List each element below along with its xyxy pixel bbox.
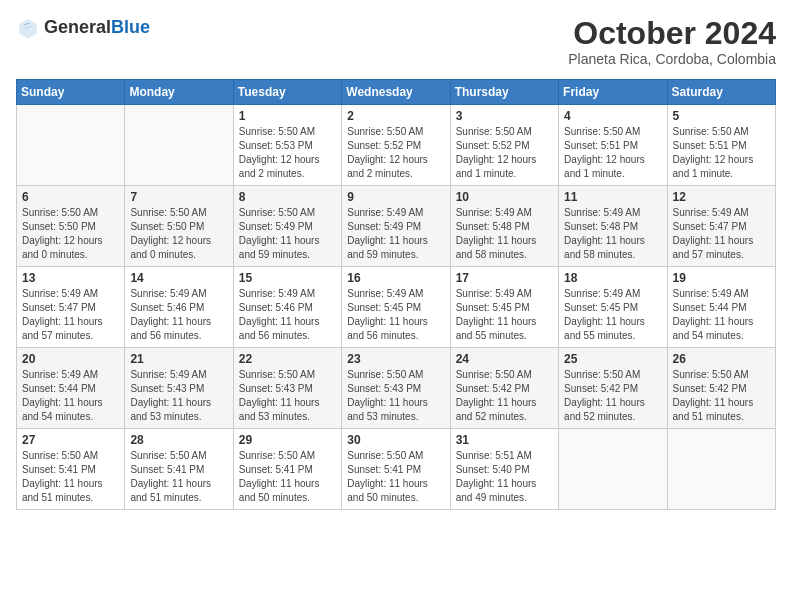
day-number: 15: [239, 271, 336, 285]
day-info: Sunrise: 5:49 AM Sunset: 5:43 PM Dayligh…: [130, 368, 227, 424]
day-info: Sunrise: 5:49 AM Sunset: 5:48 PM Dayligh…: [564, 206, 661, 262]
calendar-body: 1Sunrise: 5:50 AM Sunset: 5:53 PM Daylig…: [17, 105, 776, 510]
day-info: Sunrise: 5:49 AM Sunset: 5:44 PM Dayligh…: [22, 368, 119, 424]
day-cell: 4Sunrise: 5:50 AM Sunset: 5:51 PM Daylig…: [559, 105, 667, 186]
day-cell: 12Sunrise: 5:49 AM Sunset: 5:47 PM Dayli…: [667, 186, 775, 267]
day-number: 30: [347, 433, 444, 447]
day-cell: 21Sunrise: 5:49 AM Sunset: 5:43 PM Dayli…: [125, 348, 233, 429]
day-cell: 19Sunrise: 5:49 AM Sunset: 5:44 PM Dayli…: [667, 267, 775, 348]
logo-blue: Blue: [111, 18, 150, 38]
header-cell-wednesday: Wednesday: [342, 80, 450, 105]
day-cell: 15Sunrise: 5:49 AM Sunset: 5:46 PM Dayli…: [233, 267, 341, 348]
day-info: Sunrise: 5:49 AM Sunset: 5:45 PM Dayligh…: [456, 287, 553, 343]
day-cell: 20Sunrise: 5:49 AM Sunset: 5:44 PM Dayli…: [17, 348, 125, 429]
day-info: Sunrise: 5:50 AM Sunset: 5:49 PM Dayligh…: [239, 206, 336, 262]
day-number: 23: [347, 352, 444, 366]
day-info: Sunrise: 5:50 AM Sunset: 5:41 PM Dayligh…: [239, 449, 336, 505]
day-number: 21: [130, 352, 227, 366]
day-number: 27: [22, 433, 119, 447]
day-info: Sunrise: 5:49 AM Sunset: 5:45 PM Dayligh…: [347, 287, 444, 343]
day-number: 24: [456, 352, 553, 366]
calendar-table: SundayMondayTuesdayWednesdayThursdayFrid…: [16, 79, 776, 510]
header-cell-friday: Friday: [559, 80, 667, 105]
logo-icon: [16, 16, 40, 40]
day-number: 12: [673, 190, 770, 204]
header-cell-saturday: Saturday: [667, 80, 775, 105]
day-info: Sunrise: 5:50 AM Sunset: 5:41 PM Dayligh…: [130, 449, 227, 505]
day-number: 5: [673, 109, 770, 123]
day-cell: 13Sunrise: 5:49 AM Sunset: 5:47 PM Dayli…: [17, 267, 125, 348]
day-info: Sunrise: 5:49 AM Sunset: 5:49 PM Dayligh…: [347, 206, 444, 262]
day-cell: [17, 105, 125, 186]
day-number: 8: [239, 190, 336, 204]
day-number: 25: [564, 352, 661, 366]
day-info: Sunrise: 5:50 AM Sunset: 5:52 PM Dayligh…: [347, 125, 444, 181]
day-cell: [559, 429, 667, 510]
title-block: October 2024 Planeta Rica, Cordoba, Colo…: [568, 16, 776, 67]
day-cell: 7Sunrise: 5:50 AM Sunset: 5:50 PM Daylig…: [125, 186, 233, 267]
day-number: 2: [347, 109, 444, 123]
day-cell: 11Sunrise: 5:49 AM Sunset: 5:48 PM Dayli…: [559, 186, 667, 267]
day-info: Sunrise: 5:50 AM Sunset: 5:50 PM Dayligh…: [22, 206, 119, 262]
day-cell: 1Sunrise: 5:50 AM Sunset: 5:53 PM Daylig…: [233, 105, 341, 186]
day-number: 19: [673, 271, 770, 285]
day-number: 14: [130, 271, 227, 285]
header-cell-tuesday: Tuesday: [233, 80, 341, 105]
day-cell: [667, 429, 775, 510]
day-cell: 27Sunrise: 5:50 AM Sunset: 5:41 PM Dayli…: [17, 429, 125, 510]
week-row-5: 27Sunrise: 5:50 AM Sunset: 5:41 PM Dayli…: [17, 429, 776, 510]
day-number: 26: [673, 352, 770, 366]
day-cell: 5Sunrise: 5:50 AM Sunset: 5:51 PM Daylig…: [667, 105, 775, 186]
day-number: 17: [456, 271, 553, 285]
day-cell: 2Sunrise: 5:50 AM Sunset: 5:52 PM Daylig…: [342, 105, 450, 186]
day-number: 11: [564, 190, 661, 204]
day-cell: 25Sunrise: 5:50 AM Sunset: 5:42 PM Dayli…: [559, 348, 667, 429]
calendar-header: SundayMondayTuesdayWednesdayThursdayFrid…: [17, 80, 776, 105]
day-number: 9: [347, 190, 444, 204]
page-header: General Blue October 2024 Planeta Rica, …: [16, 16, 776, 67]
week-row-3: 13Sunrise: 5:49 AM Sunset: 5:47 PM Dayli…: [17, 267, 776, 348]
day-cell: 31Sunrise: 5:51 AM Sunset: 5:40 PM Dayli…: [450, 429, 558, 510]
logo-text: General Blue: [44, 18, 150, 38]
day-info: Sunrise: 5:51 AM Sunset: 5:40 PM Dayligh…: [456, 449, 553, 505]
day-cell: 14Sunrise: 5:49 AM Sunset: 5:46 PM Dayli…: [125, 267, 233, 348]
header-cell-monday: Monday: [125, 80, 233, 105]
page-title: October 2024: [568, 16, 776, 51]
day-cell: 9Sunrise: 5:49 AM Sunset: 5:49 PM Daylig…: [342, 186, 450, 267]
day-info: Sunrise: 5:49 AM Sunset: 5:44 PM Dayligh…: [673, 287, 770, 343]
day-info: Sunrise: 5:50 AM Sunset: 5:51 PM Dayligh…: [673, 125, 770, 181]
day-number: 3: [456, 109, 553, 123]
day-info: Sunrise: 5:49 AM Sunset: 5:48 PM Dayligh…: [456, 206, 553, 262]
week-row-1: 1Sunrise: 5:50 AM Sunset: 5:53 PM Daylig…: [17, 105, 776, 186]
day-info: Sunrise: 5:50 AM Sunset: 5:51 PM Dayligh…: [564, 125, 661, 181]
day-info: Sunrise: 5:50 AM Sunset: 5:42 PM Dayligh…: [564, 368, 661, 424]
day-info: Sunrise: 5:49 AM Sunset: 5:46 PM Dayligh…: [130, 287, 227, 343]
day-cell: 8Sunrise: 5:50 AM Sunset: 5:49 PM Daylig…: [233, 186, 341, 267]
day-cell: 24Sunrise: 5:50 AM Sunset: 5:42 PM Dayli…: [450, 348, 558, 429]
day-cell: [125, 105, 233, 186]
day-info: Sunrise: 5:50 AM Sunset: 5:43 PM Dayligh…: [347, 368, 444, 424]
header-cell-sunday: Sunday: [17, 80, 125, 105]
day-number: 16: [347, 271, 444, 285]
day-cell: 10Sunrise: 5:49 AM Sunset: 5:48 PM Dayli…: [450, 186, 558, 267]
header-row: SundayMondayTuesdayWednesdayThursdayFrid…: [17, 80, 776, 105]
day-number: 13: [22, 271, 119, 285]
day-cell: 29Sunrise: 5:50 AM Sunset: 5:41 PM Dayli…: [233, 429, 341, 510]
day-number: 7: [130, 190, 227, 204]
day-info: Sunrise: 5:49 AM Sunset: 5:47 PM Dayligh…: [22, 287, 119, 343]
header-cell-thursday: Thursday: [450, 80, 558, 105]
day-info: Sunrise: 5:49 AM Sunset: 5:46 PM Dayligh…: [239, 287, 336, 343]
day-number: 29: [239, 433, 336, 447]
svg-marker-0: [19, 19, 37, 38]
day-number: 31: [456, 433, 553, 447]
day-info: Sunrise: 5:50 AM Sunset: 5:50 PM Dayligh…: [130, 206, 227, 262]
day-cell: 26Sunrise: 5:50 AM Sunset: 5:42 PM Dayli…: [667, 348, 775, 429]
logo: General Blue: [16, 16, 150, 40]
day-cell: 22Sunrise: 5:50 AM Sunset: 5:43 PM Dayli…: [233, 348, 341, 429]
day-info: Sunrise: 5:50 AM Sunset: 5:43 PM Dayligh…: [239, 368, 336, 424]
day-number: 1: [239, 109, 336, 123]
logo-general: General: [44, 18, 111, 38]
day-info: Sunrise: 5:50 AM Sunset: 5:42 PM Dayligh…: [673, 368, 770, 424]
day-cell: 3Sunrise: 5:50 AM Sunset: 5:52 PM Daylig…: [450, 105, 558, 186]
day-number: 6: [22, 190, 119, 204]
